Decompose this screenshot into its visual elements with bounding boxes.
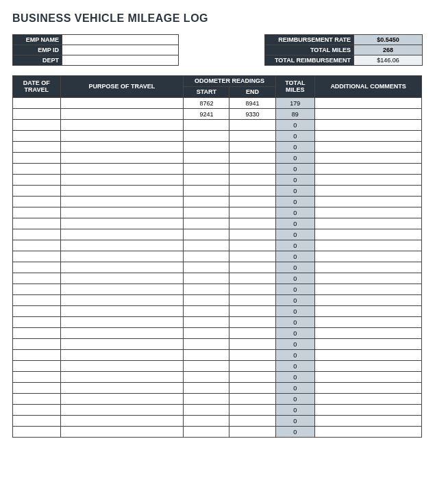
purpose-cell[interactable] bbox=[60, 350, 184, 361]
purpose-cell[interactable] bbox=[60, 262, 184, 273]
purpose-cell[interactable] bbox=[60, 416, 184, 427]
start-cell[interactable] bbox=[184, 306, 229, 317]
comments-cell[interactable] bbox=[315, 251, 422, 262]
purpose-cell[interactable] bbox=[60, 339, 184, 350]
comments-cell[interactable] bbox=[315, 131, 422, 142]
start-cell[interactable] bbox=[184, 427, 229, 438]
start-cell[interactable] bbox=[184, 383, 229, 394]
comments-cell[interactable] bbox=[315, 262, 422, 273]
purpose-cell[interactable] bbox=[60, 175, 184, 186]
purpose-cell[interactable] bbox=[60, 251, 184, 262]
purpose-cell[interactable] bbox=[60, 383, 184, 394]
start-cell[interactable] bbox=[184, 350, 229, 361]
date-cell[interactable] bbox=[13, 131, 61, 142]
start-cell[interactable] bbox=[184, 405, 229, 416]
date-cell[interactable] bbox=[13, 240, 61, 251]
start-cell[interactable] bbox=[184, 207, 229, 218]
end-cell[interactable] bbox=[229, 120, 275, 131]
comments-cell[interactable] bbox=[315, 229, 422, 240]
comments-cell[interactable] bbox=[315, 306, 422, 317]
date-cell[interactable] bbox=[13, 98, 61, 109]
end-cell[interactable] bbox=[229, 295, 275, 306]
start-cell[interactable] bbox=[184, 186, 229, 197]
comments-cell[interactable] bbox=[315, 153, 422, 164]
purpose-cell[interactable] bbox=[60, 372, 184, 383]
comments-cell[interactable] bbox=[315, 207, 422, 218]
purpose-cell[interactable] bbox=[60, 317, 184, 328]
start-cell[interactable] bbox=[184, 142, 229, 153]
date-cell[interactable] bbox=[13, 197, 61, 207]
comments-cell[interactable] bbox=[315, 350, 422, 361]
comments-cell[interactable] bbox=[315, 405, 422, 416]
start-cell[interactable] bbox=[184, 273, 229, 284]
date-cell[interactable] bbox=[13, 251, 61, 262]
start-cell[interactable]: 8762 bbox=[184, 98, 229, 109]
comments-cell[interactable] bbox=[315, 295, 422, 306]
purpose-cell[interactable] bbox=[60, 109, 184, 120]
end-cell[interactable] bbox=[229, 284, 275, 295]
comments-cell[interactable] bbox=[315, 186, 422, 197]
date-cell[interactable] bbox=[13, 383, 61, 394]
date-cell[interactable] bbox=[13, 405, 61, 416]
start-cell[interactable] bbox=[184, 229, 229, 240]
comments-cell[interactable] bbox=[315, 98, 422, 109]
date-cell[interactable] bbox=[13, 339, 61, 350]
start-cell[interactable] bbox=[184, 164, 229, 175]
end-cell[interactable] bbox=[229, 416, 275, 427]
end-cell[interactable] bbox=[229, 207, 275, 218]
start-cell[interactable] bbox=[184, 295, 229, 306]
purpose-cell[interactable] bbox=[60, 197, 184, 207]
date-cell[interactable] bbox=[13, 295, 61, 306]
end-cell[interactable] bbox=[229, 361, 275, 372]
start-cell[interactable] bbox=[184, 361, 229, 372]
start-cell[interactable] bbox=[184, 251, 229, 262]
end-cell[interactable] bbox=[229, 229, 275, 240]
date-cell[interactable] bbox=[13, 120, 61, 131]
end-cell[interactable] bbox=[229, 273, 275, 284]
emp-id-input[interactable] bbox=[62, 45, 179, 55]
purpose-cell[interactable] bbox=[60, 361, 184, 372]
start-cell[interactable] bbox=[184, 416, 229, 427]
end-cell[interactable]: 8941 bbox=[229, 98, 275, 109]
date-cell[interactable] bbox=[13, 427, 61, 438]
comments-cell[interactable] bbox=[315, 142, 422, 153]
start-cell[interactable]: 9241 bbox=[184, 109, 229, 120]
date-cell[interactable] bbox=[13, 317, 61, 328]
purpose-cell[interactable] bbox=[60, 131, 184, 142]
comments-cell[interactable] bbox=[315, 109, 422, 120]
comments-cell[interactable] bbox=[315, 394, 422, 405]
end-cell[interactable] bbox=[229, 317, 275, 328]
comments-cell[interactable] bbox=[315, 328, 422, 339]
start-cell[interactable] bbox=[184, 218, 229, 229]
purpose-cell[interactable] bbox=[60, 142, 184, 153]
dept-input[interactable] bbox=[62, 55, 179, 66]
start-cell[interactable] bbox=[184, 120, 229, 131]
date-cell[interactable] bbox=[13, 218, 61, 229]
purpose-cell[interactable] bbox=[60, 207, 184, 218]
end-cell[interactable] bbox=[229, 240, 275, 251]
start-cell[interactable] bbox=[184, 197, 229, 207]
date-cell[interactable] bbox=[13, 350, 61, 361]
end-cell[interactable] bbox=[229, 218, 275, 229]
purpose-cell[interactable] bbox=[60, 394, 184, 405]
end-cell[interactable] bbox=[229, 383, 275, 394]
emp-name-input[interactable] bbox=[62, 35, 179, 45]
date-cell[interactable] bbox=[13, 142, 61, 153]
comments-cell[interactable] bbox=[315, 416, 422, 427]
end-cell[interactable] bbox=[229, 153, 275, 164]
start-cell[interactable] bbox=[184, 339, 229, 350]
end-cell[interactable] bbox=[229, 339, 275, 350]
end-cell[interactable] bbox=[229, 372, 275, 383]
purpose-cell[interactable] bbox=[60, 120, 184, 131]
purpose-cell[interactable] bbox=[60, 98, 184, 109]
end-cell[interactable] bbox=[229, 328, 275, 339]
end-cell[interactable] bbox=[229, 427, 275, 438]
purpose-cell[interactable] bbox=[60, 218, 184, 229]
end-cell[interactable] bbox=[229, 394, 275, 405]
comments-cell[interactable] bbox=[315, 197, 422, 207]
comments-cell[interactable] bbox=[315, 427, 422, 438]
comments-cell[interactable] bbox=[315, 317, 422, 328]
start-cell[interactable] bbox=[184, 328, 229, 339]
start-cell[interactable] bbox=[184, 394, 229, 405]
date-cell[interactable] bbox=[13, 229, 61, 240]
